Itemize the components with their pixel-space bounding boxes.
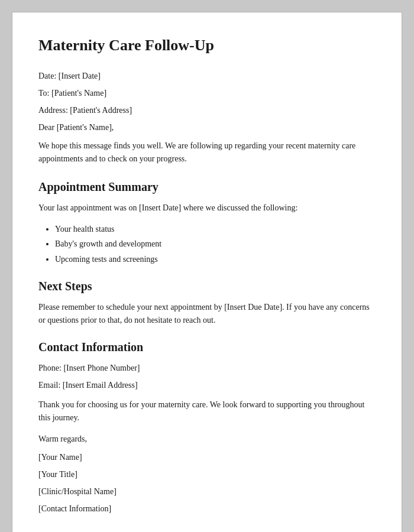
closing: Warm regards, [38,433,376,445]
greeting: Dear [Patient's Name], [38,121,376,134]
date-line: Date: [Insert Date] [38,70,376,82]
contact-section: Contact Information Phone: [Insert Phone… [38,338,376,391]
next-steps-section: Next Steps Please remember to schedule y… [38,277,376,327]
appointment-summary-heading: Appointment Summary [38,178,376,196]
signature-contact: [Contact Information] [38,502,376,515]
phone-line: Phone: [Insert Phone Number] [38,362,376,374]
signature-name: [Your Name] [38,451,376,463]
address-line: Address: [Patient's Address] [38,104,376,116]
contact-information-heading: Contact Information [38,338,376,356]
next-steps-heading: Next Steps [38,277,376,295]
document-title: Maternity Care Follow-Up [38,34,376,57]
email-line: Email: [Insert Email Address] [38,379,376,391]
bullet-health-status: Your health status [55,222,376,236]
signature-title: [Your Title] [38,468,376,481]
next-steps-text: Please remember to schedule your next ap… [38,301,376,327]
to-line: To: [Patient's Name] [38,87,376,99]
appointment-summary-text: Your last appointment was on [Insert Dat… [38,202,376,215]
appointment-bullets: Your health status Baby's growth and dev… [55,222,376,267]
bullet-baby-growth: Baby's growth and development [55,236,376,251]
thank-you-text: Thank you for choosing us for your mater… [38,398,376,425]
intro-text: We hope this message finds you well. We … [38,140,376,166]
signature-clinic: [Clinic/Hospital Name] [38,485,376,498]
bullet-tests-screenings: Upcoming tests and screenings [55,252,376,267]
document-container: Maternity Care Follow-Up Date: [Insert D… [12,12,402,532]
